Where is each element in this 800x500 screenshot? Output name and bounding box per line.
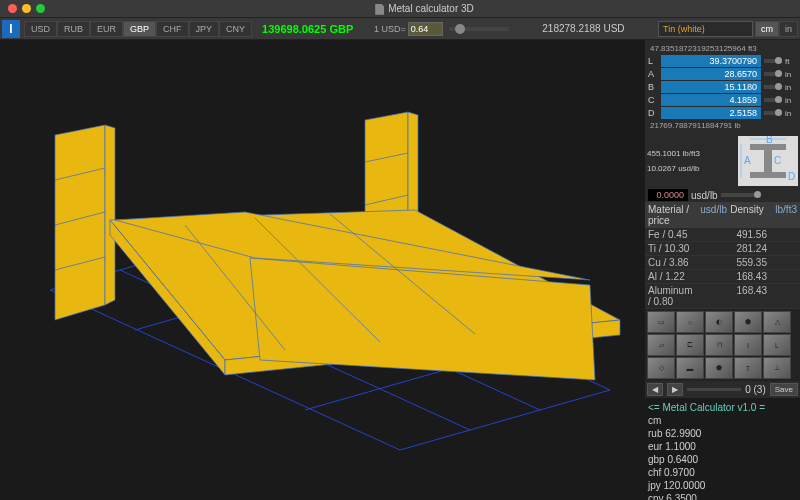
dim-slider-c[interactable]: [764, 98, 782, 102]
currency-tab-gbp[interactable]: GBP: [123, 21, 156, 37]
material-row[interactable]: Ti / 10.30281.24: [645, 242, 800, 256]
dim-row-l: L39.3700790ft: [648, 55, 797, 67]
material-row[interactable]: Aluminum / 0.80168.43: [645, 284, 800, 309]
shape-button-5[interactable]: ▱: [647, 334, 675, 356]
rate-label: 1 USD=: [374, 24, 406, 34]
svg-marker-9: [55, 125, 105, 320]
log-rate-line: jpy 120.0000: [648, 479, 797, 492]
shape-button-11[interactable]: ▬: [676, 357, 704, 379]
currency-tab-cny[interactable]: CNY: [219, 21, 252, 37]
unit-price-display: 10.0267 usd/lb: [647, 164, 700, 173]
history-slider[interactable]: [687, 388, 741, 391]
log-rate-line: gbp 0.6400: [648, 453, 797, 466]
shape-palette: ▭○◐⬢△▱⊏⊓IL◇▬⬟T⊥: [645, 309, 800, 381]
dim-unit: in: [785, 70, 797, 79]
log-rate-line: rub 62.9900: [648, 427, 797, 440]
dim-input-d[interactable]: 2.5158: [661, 107, 761, 119]
sidebar: 47.8351872319253125964 ft3 L39.3700790ft…: [645, 40, 800, 500]
material-table[interactable]: Fe / 0.45491.56Ti / 10.30281.24Cu / 3.86…: [645, 228, 800, 309]
dim-unit: in: [785, 96, 797, 105]
dim-input-l[interactable]: 39.3700790: [661, 55, 761, 67]
rate-slider[interactable]: [449, 27, 509, 31]
log-rate-line: chf 0.9700: [648, 466, 797, 479]
usd-display: 218278.2188 USD: [511, 23, 656, 34]
material-row[interactable]: Al / 1.22168.43: [645, 270, 800, 284]
shape-button-7[interactable]: ⊓: [705, 334, 733, 356]
shape-button-3[interactable]: ⬢: [734, 311, 762, 333]
save-button[interactable]: Save: [770, 383, 798, 396]
dim-unit: ft: [785, 57, 797, 66]
currency-tab-chf[interactable]: CHF: [156, 21, 189, 37]
unit-tabs: cmin: [755, 21, 798, 37]
shape-button-4[interactable]: △: [763, 311, 791, 333]
close-icon[interactable]: [8, 4, 17, 13]
dim-unit: in: [785, 109, 797, 118]
window-title: Metal calculator 3D: [57, 2, 792, 15]
density-display: 455.1001 lb/ft3: [647, 149, 700, 158]
currency-tab-eur[interactable]: EUR: [90, 21, 123, 37]
document-icon: [375, 4, 384, 15]
log-rate-line: cny 6.3500: [648, 492, 797, 500]
dim-row-a: A28.6570in: [648, 68, 797, 80]
currency-tab-usd[interactable]: USD: [24, 21, 57, 37]
cost-slider[interactable]: [721, 193, 761, 197]
viewport-3d[interactable]: [0, 40, 645, 500]
volume-display: 47.8351872319253125964 ft3: [648, 43, 797, 54]
material-table-header: Material / price usd/lb Density lb/ft3: [645, 202, 800, 228]
currency-tab-jpy[interactable]: JPY: [189, 21, 220, 37]
unit-tab-cm[interactable]: cm: [755, 21, 779, 37]
dim-unit: in: [785, 83, 797, 92]
prev-button[interactable]: ◀: [647, 383, 663, 396]
app-icon: I: [2, 20, 20, 38]
dim-row-c: C4.1859in: [648, 94, 797, 106]
dim-slider-b[interactable]: [764, 85, 782, 89]
dim-label: B: [648, 82, 658, 92]
dim-input-a[interactable]: 28.6570: [661, 68, 761, 80]
unit-tab-in[interactable]: in: [779, 21, 798, 37]
material-row[interactable]: Cu / 3.86559.35: [645, 256, 800, 270]
dim-label: C: [648, 95, 658, 105]
log-rate-line: eur 1.1000: [648, 440, 797, 453]
svg-marker-10: [105, 125, 115, 305]
svg-text:D: D: [788, 171, 795, 182]
material-row[interactable]: Fe / 0.45491.56: [645, 228, 800, 242]
shape-button-2[interactable]: ◐: [705, 311, 733, 333]
toolbar: I USDRUBEURGBPCHFJPYCNY 139698.0625 GBP …: [0, 18, 800, 40]
dim-row-d: D2.5158in: [648, 107, 797, 119]
currency-tabs: USDRUBEURGBPCHFJPYCNY: [24, 21, 252, 37]
dim-label: D: [648, 108, 658, 118]
dim-slider-d[interactable]: [764, 111, 782, 115]
count-badge: 0 (3): [745, 384, 766, 395]
shape-button-0[interactable]: ▭: [647, 311, 675, 333]
svg-rect-28: [764, 150, 772, 172]
shape-button-9[interactable]: L: [763, 334, 791, 356]
dim-input-b[interactable]: 15.1180: [661, 81, 761, 93]
svg-text:A: A: [744, 155, 751, 166]
title-bar: Metal calculator 3D: [0, 0, 800, 18]
dim-input-c[interactable]: 4.1859: [661, 94, 761, 106]
shape-button-1[interactable]: ○: [676, 311, 704, 333]
shape-button-10[interactable]: ◇: [647, 357, 675, 379]
shape-button-12[interactable]: ⬟: [705, 357, 733, 379]
shape-button-14[interactable]: ⊥: [763, 357, 791, 379]
dim-slider-l[interactable]: [764, 59, 782, 63]
rate-input[interactable]: [408, 22, 443, 36]
log-panel: <= Metal Calculator v1.0 = cm rub 62.990…: [645, 398, 800, 500]
minimize-icon[interactable]: [22, 4, 31, 13]
next-button[interactable]: ▶: [667, 383, 683, 396]
dim-row-b: B15.1180in: [648, 81, 797, 93]
zoom-icon[interactable]: [36, 4, 45, 13]
currency-tab-rub[interactable]: RUB: [57, 21, 90, 37]
svg-text:C: C: [774, 155, 781, 166]
cost-input[interactable]: 0.0000: [648, 189, 688, 201]
dim-slider-a[interactable]: [764, 72, 782, 76]
dim-label: A: [648, 69, 658, 79]
shape-button-8[interactable]: I: [734, 334, 762, 356]
shape-button-13[interactable]: T: [734, 357, 762, 379]
cost-unit: usd/lb: [691, 190, 718, 201]
material-select[interactable]: Tin (white): [658, 21, 753, 37]
shape-button-6[interactable]: ⊏: [676, 334, 704, 356]
price-display: 139698.0625 GBP: [254, 21, 364, 37]
dim-label: L: [648, 56, 658, 66]
svg-line-8: [400, 390, 610, 450]
